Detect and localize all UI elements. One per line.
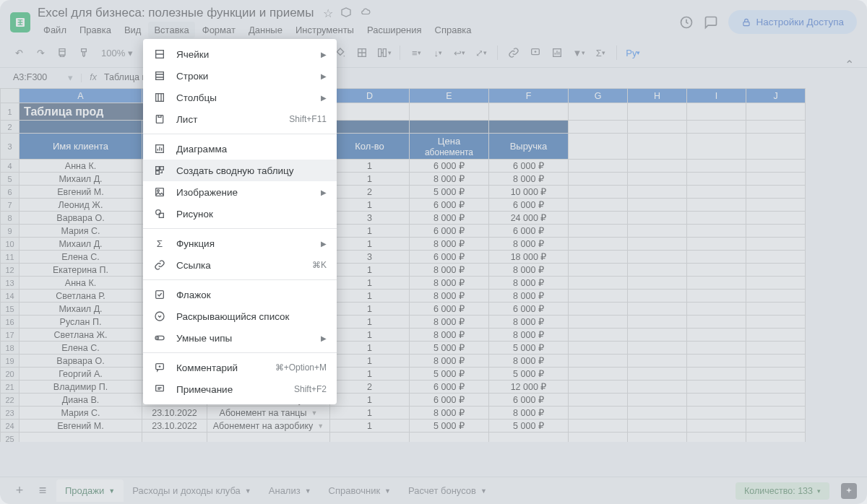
merge-button[interactable]: ▾ — [375, 44, 392, 61]
row-9[interactable]: 9 — [1, 225, 20, 238]
insert-check[interactable]: Флажок — [143, 284, 337, 305]
row-21[interactable]: 21 — [1, 381, 20, 394]
insert-image[interactable]: Изображение▶ — [143, 181, 337, 203]
col-F[interactable]: F — [489, 89, 569, 103]
tab-2[interactable]: Анализ ▼ — [260, 479, 320, 502]
row-6[interactable]: 6 — [1, 186, 20, 199]
col-I[interactable]: I — [687, 89, 746, 103]
chart-icon — [153, 142, 166, 155]
col-D[interactable]: D — [330, 89, 410, 103]
insert-note[interactable]: ПримечаниеShift+F2 — [143, 378, 337, 400]
tab-0[interactable]: Продажи ▼ — [56, 479, 124, 502]
row-8[interactable]: 8 — [1, 212, 20, 225]
menu-справка[interactable]: Справка — [429, 22, 478, 38]
language-button[interactable]: Ру ▾ — [624, 44, 642, 61]
tab-4[interactable]: Расчет бонусов ▼ — [400, 479, 496, 502]
redo-button[interactable]: ↷ — [32, 44, 49, 61]
insert-cols[interactable]: Столбцы▶ — [143, 87, 337, 108]
name-box[interactable]: A3:F300 — [10, 71, 61, 84]
filter-button[interactable]: ▼ ▾ — [570, 44, 587, 61]
star-icon[interactable]: ☆ — [323, 6, 333, 20]
row-24[interactable]: 24 — [1, 420, 20, 433]
selection-count[interactable]: Количество: 133 ▾ — [736, 482, 829, 500]
menu-данные[interactable]: Данные — [243, 22, 288, 38]
col-G[interactable]: G — [569, 89, 628, 103]
row-25[interactable]: 25 — [1, 433, 20, 443]
col-E[interactable]: E — [410, 89, 489, 103]
insert-comment[interactable]: Комментарий⌘+Option+M — [143, 357, 337, 378]
menu-вставка[interactable]: Вставка — [148, 22, 194, 38]
row-16[interactable]: 16 — [1, 316, 20, 329]
menu-формат[interactable]: Формат — [197, 22, 241, 38]
comments-icon[interactable] — [704, 15, 718, 30]
borders-button[interactable] — [353, 44, 371, 61]
insert-sheet[interactable]: ЛистShift+F11 — [143, 108, 337, 130]
pivot-icon — [153, 164, 166, 177]
insert-cells[interactable]: Ячейки▶ — [143, 43, 337, 65]
row-4[interactable]: 4 — [1, 160, 20, 173]
row-7[interactable]: 7 — [1, 199, 20, 212]
insert-rows[interactable]: Строки▶ — [143, 65, 337, 87]
share-button[interactable]: Настройки Доступа — [728, 10, 857, 34]
col-A[interactable]: A — [20, 89, 142, 103]
chevron-right-icon: ▶ — [321, 72, 327, 80]
history-icon[interactable] — [679, 15, 694, 30]
row-10[interactable]: 10 — [1, 238, 20, 251]
insert-draw[interactable]: Рисунок — [143, 203, 337, 225]
cloud-icon[interactable] — [359, 6, 372, 20]
insert-chips[interactable]: Умные чипы▶ — [143, 327, 337, 349]
functions-button[interactable]: Σ ▾ — [592, 44, 609, 61]
row-11[interactable]: 11 — [1, 251, 20, 264]
insert-comment-button[interactable] — [527, 44, 544, 61]
insert-drop[interactable]: Раскрывающийся список — [143, 305, 337, 327]
svg-rect-15 — [156, 188, 164, 196]
svg-rect-19 — [156, 291, 164, 299]
insert-chart[interactable]: Диаграмма — [143, 138, 337, 160]
row-13[interactable]: 13 — [1, 277, 20, 290]
menu-расширения[interactable]: Расширения — [361, 22, 428, 38]
move-icon[interactable] — [340, 6, 352, 20]
row-1[interactable]: 1 — [1, 103, 20, 121]
rotate-button[interactable]: ⤢ ▾ — [473, 44, 490, 61]
insert-func[interactable]: ΣФункция▶ — [143, 233, 337, 254]
row-14[interactable]: 14 — [1, 290, 20, 303]
doc-title[interactable]: Excel для бизнеса: полезные функции и пр… — [38, 6, 314, 20]
row-3[interactable]: 3 — [1, 134, 20, 160]
wrap-button[interactable]: ↩ ▾ — [451, 44, 468, 61]
menu-файл[interactable]: Файл — [38, 22, 72, 38]
row-23[interactable]: 23 — [1, 407, 20, 420]
insert-chart-button[interactable] — [548, 44, 566, 61]
valign-button[interactable]: ↓ ▾ — [429, 44, 447, 61]
sheets-logo-icon[interactable] — [10, 12, 30, 32]
tab-3[interactable]: Справочник ▼ — [320, 479, 400, 502]
link-button[interactable] — [505, 44, 522, 61]
col-H[interactable]: H — [628, 89, 687, 103]
paint-format-button[interactable] — [75, 44, 92, 61]
row-22[interactable]: 22 — [1, 394, 20, 407]
tab-1[interactable]: Расходы и доходы клуба ▼ — [124, 479, 260, 502]
insert-pivot[interactable]: Создать сводную таблицу — [143, 160, 337, 181]
row-5[interactable]: 5 — [1, 173, 20, 186]
undo-button[interactable]: ↶ — [10, 44, 27, 61]
print-button[interactable] — [53, 44, 71, 61]
all-sheets-button[interactable]: ≡ — [33, 483, 52, 498]
row-19[interactable]: 19 — [1, 355, 20, 368]
chevron-right-icon: ▶ — [321, 334, 327, 342]
insert-link[interactable]: Ссылка⌘K — [143, 254, 337, 276]
col-J[interactable]: J — [746, 89, 806, 103]
row-15[interactable]: 15 — [1, 303, 20, 316]
row-2[interactable]: 2 — [1, 121, 20, 134]
zoom-select[interactable]: 100% ▾ — [97, 48, 137, 58]
row-18[interactable]: 18 — [1, 342, 20, 355]
collapse-toolbar-icon[interactable]: ⌃ — [845, 58, 854, 71]
halign-button[interactable]: ≡ ▾ — [407, 44, 425, 61]
menu-вид[interactable]: Вид — [118, 22, 147, 38]
add-sheet-button[interactable]: + — [10, 483, 29, 498]
row-20[interactable]: 20 — [1, 368, 20, 381]
row-12[interactable]: 12 — [1, 264, 20, 277]
spreadsheet-grid[interactable]: ABCDEFGHIJ1Таблица прод23Имя клиентаКол-… — [0, 88, 867, 442]
row-17[interactable]: 17 — [1, 329, 20, 342]
menu-инструменты[interactable]: Инструменты — [290, 22, 360, 38]
explore-button[interactable] — [841, 483, 857, 499]
menu-правка[interactable]: Правка — [74, 22, 117, 38]
